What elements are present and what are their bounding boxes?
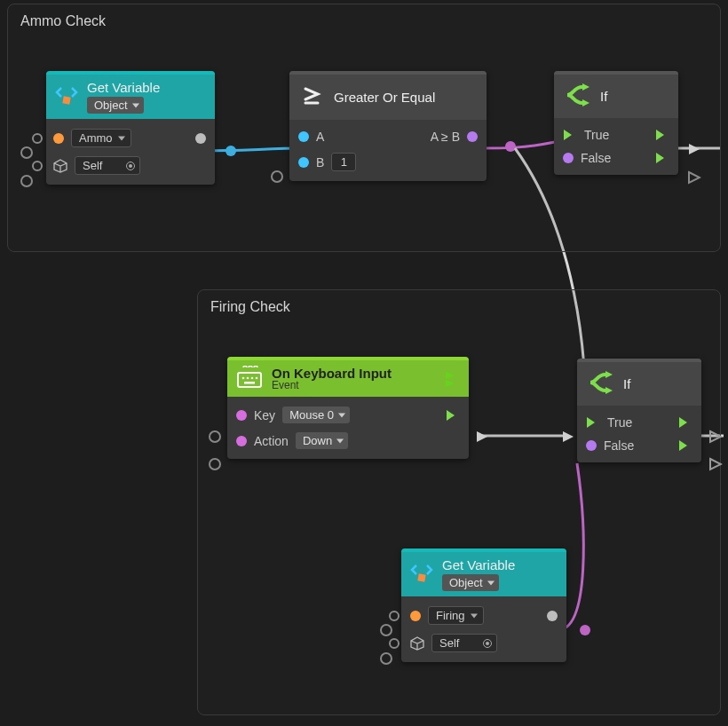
- port-ring: [32, 133, 43, 144]
- svg-rect-10: [417, 573, 425, 581]
- port-ring: [32, 161, 43, 171]
- branch-icon: [565, 83, 591, 109]
- svg-rect-3: [62, 96, 70, 104]
- key-value-field[interactable]: Mouse 0: [282, 406, 350, 423]
- port-variable[interactable]: [410, 611, 421, 621]
- svg-point-8: [256, 377, 258, 380]
- action-value-field[interactable]: Down: [296, 432, 348, 449]
- node-keyboard-input[interactable]: On Keyboard Input Event Key Mouse 0 Acti…: [227, 357, 469, 459]
- group-title: Firing Check: [198, 290, 720, 320]
- external-port[interactable]: [380, 652, 392, 665]
- target-field[interactable]: Self: [75, 156, 140, 175]
- greater-equal-icon: [300, 83, 325, 111]
- flow-in-icon[interactable]: [563, 129, 577, 141]
- port-action[interactable]: [236, 436, 247, 446]
- get-variable-icon: [55, 84, 78, 110]
- keyboard-icon: [236, 366, 263, 391]
- port-result-out[interactable]: [467, 131, 478, 142]
- object-icon: [410, 636, 424, 651]
- port-value-out[interactable]: [195, 133, 206, 144]
- event-exec-icon: [444, 370, 460, 388]
- external-port[interactable]: [209, 430, 221, 443]
- flow-true-out-icon[interactable]: [655, 129, 669, 141]
- object-icon: [53, 159, 67, 173]
- port-variable[interactable]: [53, 133, 64, 144]
- node-if-ammo[interactable]: If True False: [554, 71, 678, 175]
- node-get-variable-firing[interactable]: Get Variable Object Firing Self: [401, 548, 566, 662]
- port-ring: [389, 638, 400, 649]
- flow-true-out-icon[interactable]: [678, 416, 692, 429]
- group-title: Ammo Check: [8, 4, 720, 35]
- port-value-out[interactable]: [547, 611, 558, 621]
- svg-rect-9: [244, 382, 255, 384]
- svg-point-6: [247, 377, 249, 380]
- svg-point-7: [251, 377, 254, 380]
- target-field[interactable]: Self: [431, 634, 497, 652]
- node-header: Get Variable Object: [46, 71, 215, 119]
- flow-in-icon[interactable]: [586, 416, 600, 429]
- node-header: On Keyboard Input Event: [227, 357, 469, 397]
- node-get-variable-ammo[interactable]: Get Variable Object Ammo Self: [46, 71, 215, 185]
- port-a-in[interactable]: [298, 131, 309, 142]
- svg-rect-4: [238, 373, 261, 387]
- external-port[interactable]: [380, 624, 392, 636]
- external-port[interactable]: [209, 458, 221, 470]
- flow-out-triangle[interactable]: [687, 170, 701, 185]
- variable-name-field[interactable]: Firing: [428, 606, 484, 625]
- port-b-in[interactable]: [298, 157, 309, 168]
- b-value-field[interactable]: 1: [331, 153, 356, 171]
- port-condition-in[interactable]: [586, 440, 597, 451]
- node-header: Greater Or Equal: [289, 71, 487, 120]
- flow-false-out-icon[interactable]: [678, 439, 692, 452]
- node-header: Get Variable Object: [401, 548, 566, 596]
- object-scope-selector[interactable]: Object: [442, 574, 499, 591]
- flow-exec-out-icon[interactable]: [446, 409, 460, 422]
- node-header: If: [577, 359, 701, 406]
- external-port[interactable]: [20, 175, 33, 187]
- branch-icon: [588, 371, 614, 397]
- external-port[interactable]: [271, 170, 283, 183]
- node-greater-or-equal[interactable]: Greater Or Equal A A ≥ B B 1: [289, 71, 487, 181]
- flow-out-triangle[interactable]: [475, 430, 489, 444]
- node-if-firing[interactable]: If True False: [577, 359, 701, 462]
- variable-name-field[interactable]: Ammo: [71, 129, 131, 147]
- flow-out-triangle[interactable]: [687, 142, 701, 156]
- get-variable-icon: [410, 562, 433, 588]
- port-ring: [389, 611, 400, 621]
- flow-in-triangle[interactable]: [561, 430, 575, 444]
- flow-out-triangle[interactable]: [708, 457, 723, 471]
- flow-out-triangle[interactable]: [708, 430, 723, 444]
- svg-point-5: [242, 377, 245, 380]
- node-header: If: [554, 71, 678, 118]
- object-scope-selector[interactable]: Object: [87, 97, 144, 114]
- external-port[interactable]: [20, 146, 33, 159]
- flow-false-out-icon[interactable]: [655, 152, 669, 164]
- port-key[interactable]: [236, 410, 247, 421]
- port-condition-in[interactable]: [563, 153, 574, 163]
